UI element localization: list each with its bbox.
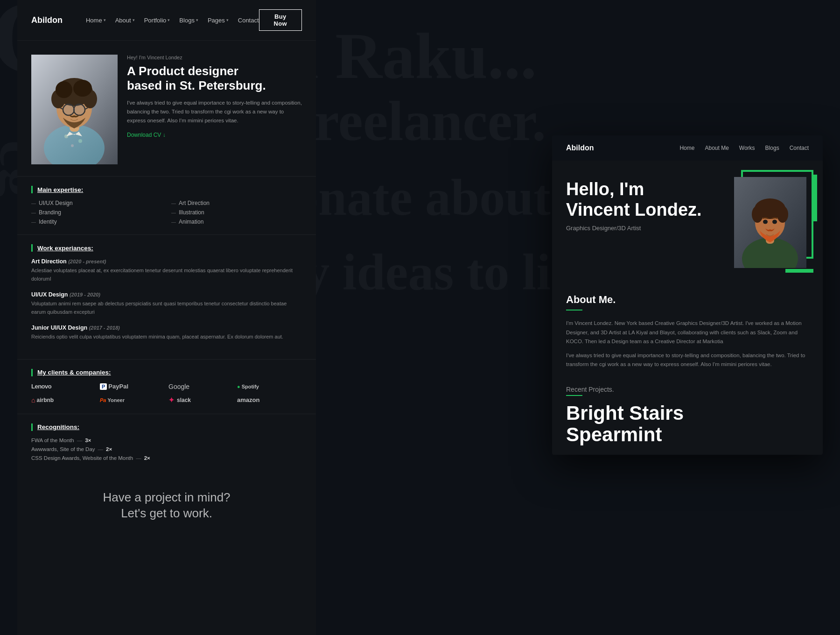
nav-blogs[interactable]: Blogs ▾: [179, 17, 198, 24]
svg-point-17: [78, 139, 82, 143]
svg-point-27: [772, 220, 777, 224]
svg-point-14: [63, 105, 74, 115]
nav-blogs-arrow: ▾: [196, 18, 198, 22]
work-experience-section: Work experiances: Art Direction (2020 - …: [17, 237, 316, 357]
buy-now-button[interactable]: Buy Now: [259, 9, 302, 31]
nav-portfolio[interactable]: Portfolio ▾: [144, 17, 170, 24]
expertise-item-animation: Animation: [171, 219, 302, 225]
nav-home-arrow: ▾: [104, 18, 106, 22]
recognition-2: Awwwards, Site of the Day — 2×: [31, 446, 302, 452]
left-panel: Abildon Home ▾ About ▾ Portfolio ▾ Blogs…: [17, 0, 316, 635]
svg-point-18: [71, 144, 74, 147]
right-nav-links: Home About Me Works Blogs Contact: [679, 145, 809, 151]
recent-projects-label: Recent Projects.: [566, 386, 809, 393]
right-nav-contact[interactable]: Contact: [790, 145, 809, 151]
nav-portfolio-arrow: ▾: [168, 18, 170, 22]
hero-photo: [31, 55, 118, 164]
dash-1: —: [77, 437, 83, 443]
hero-photo-inner: [31, 55, 118, 164]
recognitions-section: Recognitions: FWA of the Month — 3× Awww…: [17, 416, 316, 471]
right-nav-works[interactable]: Works: [739, 145, 755, 151]
count-1: 3×: [85, 437, 91, 443]
client-amazon: amazon: [237, 396, 302, 403]
recognition-1: FWA of the Month — 3×: [31, 437, 302, 443]
svg-point-7: [56, 81, 72, 98]
project-spearmint[interactable]: Spearmint: [566, 424, 809, 445]
expertise-section: Main expertise: UI/UX Design Art Directi…: [17, 179, 316, 232]
work-experience-title: Work experiances:: [31, 244, 302, 252]
navigation: Abildon Home ▾ About ▾ Portfolio ▾ Blogs…: [17, 0, 316, 41]
client-paypal: P PayPal: [100, 383, 165, 390]
client-payoneer: PaYoneer: [100, 397, 165, 403]
expertise-item-identity: Identity: [31, 219, 162, 225]
work-entry-3: Junior UI/UX Design (2017 - 2018) Reicie…: [31, 325, 302, 341]
right-about-title: About Me.: [566, 294, 809, 306]
right-nav-home[interactable]: Home: [679, 145, 694, 151]
right-panel: Abildon Home About Me Works Blogs Contac…: [552, 135, 823, 455]
work-title-1: Art Direction (2020 - present): [31, 258, 302, 265]
work-period-2: (2019 - 2020): [70, 292, 100, 297]
person-illustration: [31, 55, 118, 164]
expertise-item-uiux: UI/UX Design: [31, 200, 162, 206]
nav-logo: Abildon: [31, 15, 63, 25]
count-3: 2×: [144, 455, 150, 461]
client-lenovo: Lenovo: [31, 383, 96, 390]
hero-title: A Product designer based in St. Petersbu…: [127, 64, 302, 93]
expertise-item-illustration: Illustration: [171, 209, 302, 216]
work-period-3: (2017 - 2018): [89, 325, 120, 331]
client-spotify: ● Spotify: [237, 384, 302, 389]
right-about-para1: I'm Vincent Londez. New York based Creat…: [566, 319, 809, 346]
right-navigation: Abildon Home About Me Works Blogs Contac…: [552, 135, 823, 161]
right-hero-image: [727, 170, 813, 270]
recognition-3: CSS Design Awards, Website of the Month …: [31, 455, 302, 461]
hero-description: I've always tried to give equal importan…: [127, 99, 302, 125]
right-about-divider: [566, 310, 582, 310]
svg-point-24: [752, 206, 763, 223]
hero-image-block: [734, 177, 806, 268]
right-nav-about[interactable]: About Me: [705, 145, 728, 151]
work-title-3: Junior UI/UX Design (2017 - 2018): [31, 325, 302, 331]
svg-point-15: [74, 105, 84, 115]
right-about-para2: I've always tried to give equal importan…: [566, 351, 809, 369]
right-nav-logo: Abildon: [566, 144, 594, 152]
hero-greeting: Hey! I'm Vincent Londez: [127, 55, 302, 60]
work-desc-3: Reiciendis optio velit culpa voluptatibu…: [31, 333, 302, 341]
svg-point-25: [777, 206, 788, 223]
hero-section: Hey! I'm Vincent Londez A Product design…: [17, 41, 316, 174]
nav-pages[interactable]: Pages ▾: [208, 17, 229, 24]
title-bar-accent-clients: [31, 369, 33, 376]
download-cv-link[interactable]: Download CV ↓: [127, 132, 302, 138]
right-projects-section: Recent Projects. Bright Stairs Spearmint: [552, 386, 823, 455]
nav-links: Home ▾ About ▾ Portfolio ▾ Blogs ▾ Pages…: [86, 17, 259, 24]
nav-contact[interactable]: Contact: [238, 17, 259, 24]
expertise-item-artdirection: Art Direction: [171, 200, 302, 206]
green-accent-bar: [813, 175, 817, 221]
work-desc-2: Voluptatum animi rem saepe ab delectus p…: [31, 300, 302, 316]
recognitions-title: Recognitions:: [31, 423, 302, 431]
work-period-1: (2020 - present): [68, 259, 106, 264]
right-about-section: About Me. I'm Vincent Londez. New York b…: [552, 282, 823, 386]
client-airbnb: ⌂ airbnb: [31, 396, 96, 404]
expertise-grid: UI/UX Design Art Direction Branding Illu…: [31, 200, 302, 225]
bottom-cta: Have a project in mind? Let's get to wor…: [17, 471, 316, 540]
right-hero-section: Hello, I'm Vincent Londez. Graphics Desi…: [552, 161, 823, 282]
projects-divider: [566, 395, 582, 396]
work-entry-1: Art Direction (2020 - present) Aclestiae…: [31, 258, 302, 283]
work-desc-1: Aclestiae voluptates placeat at, ex exer…: [31, 267, 302, 283]
client-google: Google: [168, 383, 233, 390]
green-accent-bottom: [785, 269, 813, 273]
right-person-illustration: [734, 177, 806, 268]
dash-3: —: [136, 455, 141, 461]
work-title-2: UI/UX Design (2019 - 2020): [31, 291, 302, 298]
right-nav-blogs[interactable]: Blogs: [765, 145, 779, 151]
nav-home[interactable]: Home ▾: [86, 17, 106, 24]
svg-point-26: [763, 220, 768, 224]
title-bar-accent-work: [31, 244, 33, 252]
project-bright-stairs[interactable]: Bright Stairs: [566, 402, 809, 424]
nav-about[interactable]: About ▾: [115, 17, 135, 24]
expertise-title: Main expertise:: [31, 186, 302, 193]
client-slack: ✦ slack: [168, 396, 233, 404]
svg-point-8: [73, 80, 92, 97]
work-entry-2: UI/UX Design (2019 - 2020) Voluptatum an…: [31, 291, 302, 316]
clients-grid: Lenovo P PayPal Google ● Spotify ⌂ airbn…: [31, 383, 302, 404]
